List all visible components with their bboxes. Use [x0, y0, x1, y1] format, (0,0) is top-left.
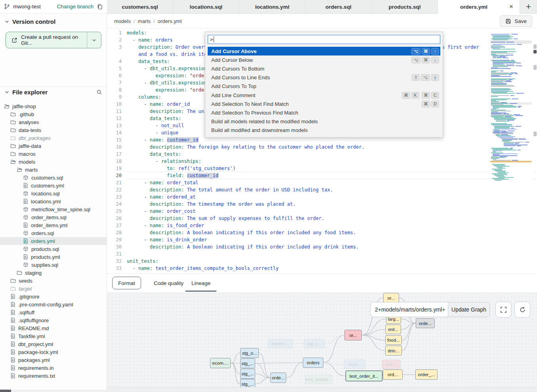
palette-item[interactable]: Add Cursor Above⌥⌘↑	[208, 47, 440, 55]
minimap[interactable]	[490, 32, 534, 182]
file-explorer-header[interactable]: File explorer	[5, 89, 102, 96]
tree-item-products-yml[interactable]: products.yml	[0, 253, 107, 261]
code-line-17[interactable]: 17data_tests:	[107, 151, 537, 158]
fullscreen-button[interactable]	[495, 302, 511, 317]
breadcrumb-part[interactable]: orders.yml	[158, 18, 182, 24]
lineage-node-n_or_pink[interactable]: or...	[344, 330, 362, 340]
palette-item[interactable]: Add Selection To Previous Find Match	[208, 108, 440, 117]
tree-item-marts[interactable]: marts	[0, 166, 107, 174]
sidebar-horizontal-scrollbar[interactable]	[0, 390, 107, 392]
palette-item[interactable]: Build all models related to the modified…	[208, 117, 440, 126]
tree-item-locations-yml[interactable]: locations.yml	[0, 197, 107, 205]
editor-scrollbar[interactable]	[533, 29, 537, 273]
tree-item-packages-yml[interactable]: packages.yml	[0, 356, 107, 364]
tree-item-order-items-yml[interactable]: order_items.yml	[0, 221, 107, 229]
tree-item-orders-sql[interactable]: orders.sql	[0, 229, 107, 237]
palette-item[interactable]: Add Cursor Below⌥⌘↓	[208, 55, 440, 64]
palette-item[interactable]: Build all modified and downstream models	[208, 126, 440, 135]
code-line-24[interactable]: 24description: The timestamp the order w…	[107, 201, 537, 208]
tab-locations-sql[interactable]: locations.sql	[173, 0, 239, 13]
lineage-node-n_gray[interactable]: orde...	[416, 318, 435, 328]
tree-item-data-tests[interactable]: data-tests	[0, 126, 107, 134]
code-line-33[interactable]: 33- name: test_order_items_compute_to_bo…	[107, 265, 537, 272]
tree-item-target[interactable]: target	[0, 285, 107, 293]
code-line-18[interactable]: 18- relationships:	[107, 158, 537, 165]
format-button[interactable]: Format	[112, 277, 141, 289]
tree-item--pre-commit-config-yaml[interactable]: .pre-commit-config.yaml	[0, 300, 107, 308]
tree-item-metricflow-time-spine-sql[interactable]: metricflow_time_spine.sql	[0, 205, 107, 213]
code-line-30[interactable]: 30description: A boolean indicating if t…	[107, 243, 537, 250]
copy-icon[interactable]	[97, 4, 103, 10]
lineage-node-n_y5[interactable]: drin...	[385, 346, 402, 356]
lineage-node-n_y6[interactable]: ord...	[383, 369, 403, 380]
code-line-21[interactable]: 21- name: order_total	[107, 179, 537, 186]
lineage-node-n_y4[interactable]: food...	[385, 335, 402, 345]
code-line-19[interactable]: 19to: ref('stg_customers')	[107, 165, 537, 172]
version-control-header[interactable]: Version control	[5, 18, 55, 25]
code-line-16[interactable]: 16description: The foreign key relating …	[107, 143, 537, 151]
tab-lineage[interactable]: Lineage	[191, 274, 210, 292]
code-line-31[interactable]: 31	[107, 250, 537, 258]
tree-item-staging[interactable]: staging	[0, 269, 107, 277]
lineage-node-n_orders[interactable]: orders	[303, 358, 323, 368]
tab-code-quality[interactable]: Code quality	[154, 274, 183, 292]
lineage-node-n_orde[interactable]: orde...	[270, 373, 286, 383]
lineage-horizontal-scrollbar[interactable]	[107, 387, 537, 392]
tab-orders-sql[interactable]: orders.sql	[306, 0, 372, 13]
code-line-23[interactable]: 23- name: ordered_at	[107, 193, 537, 201]
lineage-node-n_stg3[interactable]: stg_...	[240, 379, 255, 387]
graph-selector-input[interactable]: 2+models/marts/orders.yml+	[371, 302, 448, 317]
palette-item[interactable]: Add Cursors to Line Ends⇧⌥I	[208, 73, 440, 82]
lineage-node-n_stg1[interactable]: stg_...	[240, 358, 255, 368]
tree-item-macros[interactable]: macros	[0, 150, 107, 158]
code-line-28[interactable]: 28description: A boolean indicating if t…	[107, 229, 537, 236]
code-line-32[interactable]: 32unit_tests:	[107, 258, 537, 265]
code-line-25[interactable]: 25- name: order_cost	[107, 208, 537, 215]
save-button[interactable]: Save	[500, 15, 532, 27]
code-line-29[interactable]: 29- name: is_drink_order	[107, 236, 537, 243]
command-palette-input[interactable]: >	[208, 35, 440, 44]
new-tab-button[interactable]: +	[520, 0, 537, 13]
tree-item--gitignore[interactable]: .gitignore	[0, 293, 107, 300]
pr-button-caret[interactable]	[87, 32, 101, 48]
tree-item-jaffle-data[interactable]: jaffle-data	[0, 142, 107, 150]
lineage-node-n_stg2[interactable]: stg_...	[240, 369, 255, 379]
tab-locations-yml[interactable]: locations.yml	[239, 0, 306, 13]
lineage-node-n_test[interactable]: test_order_it...	[346, 371, 382, 381]
tree-item--github[interactable]: .github	[0, 110, 107, 118]
lineage-graph[interactable]: ecom....stg_o...stg_...stg_...stg_...ord…	[107, 292, 537, 387]
close-tab-icon[interactable]: ×	[509, 3, 513, 11]
tree-item-models[interactable]: models	[0, 158, 107, 166]
tab-orders-yml[interactable]: orders.yml×	[438, 0, 520, 14]
code-line-27[interactable]: 27- name: is_food_order	[107, 222, 537, 229]
lineage-node-n_y1[interactable]: or...	[383, 293, 399, 303]
tree-item--sqlfluffignore[interactable]: .sqlfluffignore	[0, 316, 107, 324]
lineage-node-n_y3[interactable]: ord...	[385, 325, 401, 334]
palette-item[interactable]: Add Line Comment⌘K⌘C	[208, 91, 440, 99]
palette-item[interactable]: Add Cursors To Top	[208, 82, 440, 91]
code-line-22[interactable]: 22description: The total amount of the o…	[107, 186, 537, 193]
create-pull-request-button[interactable]: Create a pull request on Git...	[6, 32, 101, 48]
tree-item-customers-sql[interactable]: customers.sql	[0, 174, 107, 182]
palette-item[interactable]: Add Selection To Next Find Match⌘D	[208, 99, 440, 108]
breadcrumb-part[interactable]: marts	[138, 18, 151, 24]
tree-item-dbt-packages[interactable]: dbt_packages	[0, 134, 107, 142]
search-icon[interactable]	[96, 89, 102, 95]
tree-item-order-items-sql[interactable]: order_items.sql	[0, 213, 107, 221]
tree-item-jaffle-shop[interactable]: jaffle-shop	[0, 102, 107, 110]
tab-customers-sql[interactable]: customers.sql	[107, 0, 173, 13]
refresh-button[interactable]	[514, 302, 530, 317]
tree-item-dbt-project-yml[interactable]: dbt_project.yml	[0, 340, 107, 348]
tab-products-sql[interactable]: products.sql	[372, 0, 438, 13]
tree-item-customers-yml[interactable]: customers.yml	[0, 182, 107, 189]
tree-item--sqlfluff[interactable]: .sqlfluff	[0, 308, 107, 316]
tree-item-analyses[interactable]: analyses	[0, 118, 107, 126]
change-branch-link[interactable]: Change branch	[57, 4, 94, 10]
update-graph-button[interactable]: Update Graph	[448, 302, 489, 317]
lineage-node-n_ecom[interactable]: ecom....	[210, 358, 231, 368]
tree-item-package-lock-yml[interactable]: package-lock.yml	[0, 348, 107, 356]
tree-item-supplies-sql[interactable]: supplies.sql	[0, 261, 107, 269]
tree-item-taskfile-yml[interactable]: Taskfile.yml	[0, 332, 107, 340]
tree-item-seeds[interactable]: seeds	[0, 277, 107, 285]
lineage-node-n_stg_o[interactable]: stg_o...	[240, 348, 259, 358]
